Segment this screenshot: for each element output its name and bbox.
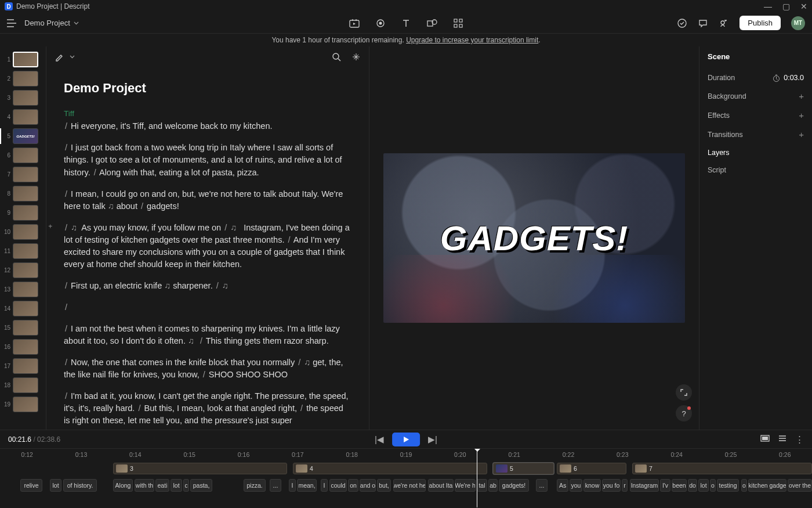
- clip-7[interactable]: 7: [632, 463, 812, 474]
- scene-thumb-3[interactable]: 3: [0, 88, 46, 107]
- speaker-label[interactable]: Tiff: [64, 108, 351, 120]
- prop-script[interactable]: Script: [708, 161, 804, 179]
- help-button[interactable]: ?: [676, 405, 692, 421]
- word-segment[interactable]: o: [710, 479, 716, 492]
- sparkle-icon[interactable]: [351, 52, 361, 62]
- prop-transitions[interactable]: Transitions+: [708, 125, 804, 144]
- scene-thumb-17[interactable]: 17: [0, 356, 46, 376]
- plus-icon[interactable]: +: [799, 91, 804, 101]
- script-title[interactable]: Demo Project: [64, 79, 351, 98]
- skip-forward-button[interactable]: ▶|: [428, 434, 437, 445]
- word-segment[interactable]: ...: [270, 479, 281, 492]
- gutter-plus-icon[interactable]: +: [48, 222, 52, 232]
- scene-thumb-9[interactable]: 9: [0, 203, 46, 222]
- word-segment[interactable]: do: [688, 479, 697, 492]
- clip-3[interactable]: 3: [113, 463, 287, 474]
- clip-6[interactable]: 6: [557, 463, 626, 474]
- prop-background[interactable]: Background+: [708, 87, 804, 106]
- media-tool[interactable]: [349, 19, 360, 28]
- script-paragraph[interactable]: / Now, the one that comes in the knife b…: [64, 356, 351, 381]
- expand-button[interactable]: [676, 384, 692, 401]
- word-segment[interactable]: Instagram: [630, 479, 659, 492]
- script-body[interactable]: Demo Project Tiff / Hi everyone, it's Ti…: [46, 67, 369, 430]
- prop-effects[interactable]: Effects+: [708, 106, 804, 125]
- word-segment[interactable]: As: [557, 479, 568, 492]
- scene-thumb-15[interactable]: 15: [0, 318, 46, 337]
- word-segment[interactable]: gadgets!: [499, 479, 529, 492]
- word-segment[interactable]: of history.: [63, 479, 97, 492]
- word-segment[interactable]: know: [583, 479, 601, 492]
- clip-5[interactable]: 5: [493, 463, 554, 474]
- scene-thumb-18[interactable]: 18: [0, 376, 46, 395]
- word-segment[interactable]: pizza.: [244, 479, 266, 492]
- word-track[interactable]: relivelotof history.Alongwith theatilotc…: [0, 479, 812, 494]
- scene-thumb-12[interactable]: 12: [0, 261, 46, 280]
- playhead[interactable]: [477, 449, 477, 507]
- word-segment[interactable]: pasta,: [190, 479, 212, 492]
- word-segment[interactable]: I'v: [660, 479, 670, 492]
- scene-thumb-10[interactable]: 10: [0, 222, 46, 242]
- word-segment[interactable]: mean,: [297, 479, 317, 492]
- clip-track[interactable]: 34567: [0, 463, 812, 475]
- publish-button[interactable]: Publish: [740, 16, 781, 30]
- close-button[interactable]: ✕: [800, 2, 807, 11]
- word-segment[interactable]: ab: [488, 479, 498, 492]
- avatar[interactable]: MT: [791, 16, 805, 30]
- word-segment[interactable]: Along: [113, 479, 133, 492]
- word-segment[interactable]: could: [329, 479, 347, 492]
- word-segment[interactable]: with th: [135, 479, 154, 492]
- scene-thumb-19[interactable]: 19: [0, 395, 46, 414]
- prop-layers[interactable]: Layers: [708, 144, 804, 161]
- share-tool[interactable]: [719, 18, 729, 28]
- scene-thumb-2[interactable]: 2: [0, 69, 46, 88]
- scene-thumb-16[interactable]: 16: [0, 337, 46, 356]
- scene-thumb-7[interactable]: 7: [0, 165, 46, 184]
- script-paragraph[interactable]: /: [64, 301, 351, 314]
- scene-thumb-5[interactable]: 5GADGETS!: [0, 127, 46, 146]
- word-segment[interactable]: testing: [717, 479, 739, 492]
- clip-4[interactable]: 4: [293, 463, 487, 474]
- word-segment[interactable]: r: [622, 479, 628, 492]
- maximize-button[interactable]: ▢: [782, 2, 790, 11]
- comment-tool[interactable]: [698, 18, 708, 28]
- script-paragraph[interactable]: / I am not the best when it comes to sha…: [64, 323, 351, 347]
- view-mode-2[interactable]: [778, 434, 787, 445]
- word-segment[interactable]: c: [183, 479, 189, 492]
- check-tool[interactable]: [677, 18, 687, 28]
- plus-icon[interactable]: +: [799, 129, 804, 139]
- word-segment[interactable]: but,: [377, 479, 391, 492]
- word-segment[interactable]: lot: [698, 479, 709, 492]
- word-segment[interactable]: tal: [477, 479, 487, 492]
- word-segment[interactable]: We're h: [455, 479, 476, 492]
- word-segment[interactable]: over the: [788, 479, 812, 492]
- scene-thumb-11[interactable]: 11: [0, 242, 46, 261]
- scene-rail[interactable]: 12345GADGETS!678910111213141516171819: [0, 46, 46, 430]
- script-paragraph[interactable]: / I just got back from a two week long t…: [64, 142, 351, 178]
- scene-thumb-4[interactable]: 4: [0, 107, 46, 127]
- record-tool[interactable]: [376, 19, 385, 28]
- plus-icon[interactable]: +: [799, 110, 804, 120]
- scene-thumb-8[interactable]: 8: [0, 184, 46, 203]
- skip-back-button[interactable]: |◀: [375, 434, 384, 445]
- templates-tool[interactable]: [454, 19, 463, 28]
- upgrade-link[interactable]: Upgrade to increase your transcription l…: [406, 36, 538, 44]
- timeline[interactable]: 0:120:130:140:150:160:170:180:190:200:21…: [0, 448, 812, 507]
- script-paragraph[interactable]: / Hi everyone, it's Tiff, and welcome ba…: [64, 120, 351, 132]
- word-segment[interactable]: you fo: [602, 479, 621, 492]
- word-segment[interactable]: lot: [50, 479, 61, 492]
- script-paragraph[interactable]: /+ / ♫ As you may know, if you follow me…: [64, 222, 351, 271]
- chevron-down-icon[interactable]: [70, 55, 75, 59]
- word-segment[interactable]: lot: [171, 479, 182, 492]
- word-segment[interactable]: o: [741, 479, 747, 492]
- word-segment[interactable]: I: [321, 479, 328, 492]
- scene-thumb-6[interactable]: 6: [0, 146, 46, 165]
- word-segment[interactable]: relive: [20, 479, 42, 492]
- view-mode-1[interactable]: [760, 434, 770, 445]
- prop-duration[interactable]: Duration 0:03.0: [708, 69, 804, 87]
- pen-tool[interactable]: [55, 52, 64, 62]
- search-icon[interactable]: [332, 52, 341, 62]
- script-paragraph[interactable]: / I mean, I could go on and on, but, we'…: [64, 188, 351, 212]
- video-preview[interactable]: GADGETS!: [383, 153, 685, 323]
- shapes-tool[interactable]: [427, 19, 437, 28]
- play-button[interactable]: [392, 433, 420, 446]
